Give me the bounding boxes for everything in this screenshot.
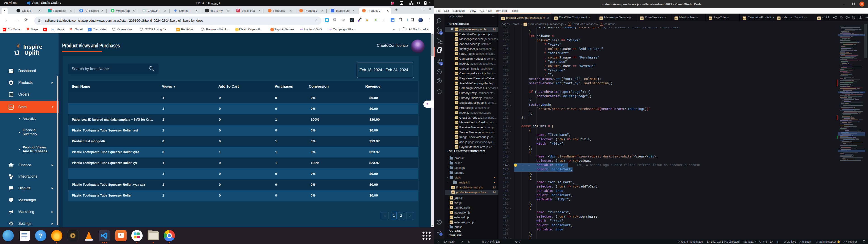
svg-text:1: 1 xyxy=(440,234,442,236)
svg-text:1: 1 xyxy=(440,63,442,65)
svg-text:6: 6 xyxy=(440,32,441,34)
